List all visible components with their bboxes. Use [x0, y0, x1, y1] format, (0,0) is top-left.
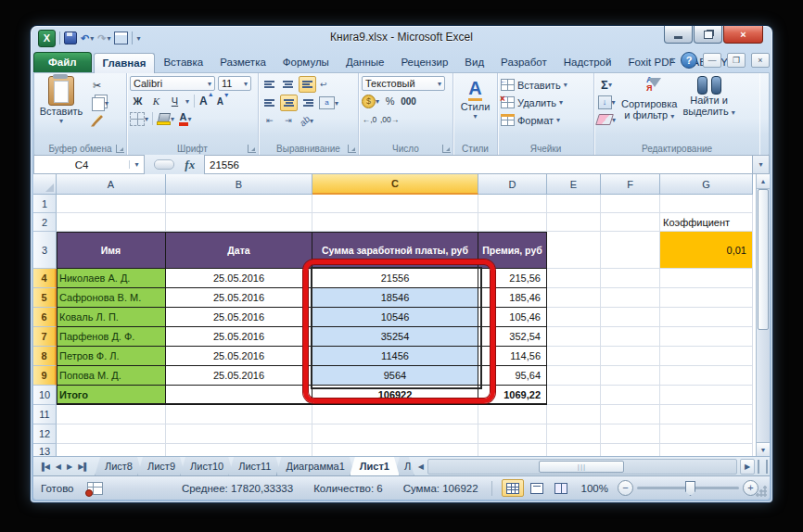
clipboard-dialog-launcher[interactable] — [116, 145, 124, 153]
cell-D9[interactable]: 95,64 — [478, 366, 547, 386]
cell-F7[interactable] — [601, 327, 660, 347]
paste-button[interactable]: Вставить▾ — [37, 76, 85, 128]
cell-A4[interactable]: Николаев А. Д. — [57, 269, 166, 288]
cell-G6[interactable] — [660, 308, 753, 327]
cell-B5[interactable]: 25.05.2016 — [166, 288, 312, 308]
cell-E12[interactable] — [547, 424, 601, 444]
sheet-tab-Лист9[interactable]: Лист9 — [137, 457, 185, 476]
column-header-C[interactable]: C — [312, 174, 478, 195]
cell-G11[interactable] — [660, 405, 753, 424]
cell-B6[interactable]: 25.05.2016 — [166, 308, 312, 327]
fill-color-button[interactable]: ▾ — [157, 111, 174, 126]
cell-A3[interactable]: Имя — [57, 232, 166, 269]
cell-F12[interactable] — [601, 424, 660, 444]
orientation-button[interactable]: ab▾ — [299, 113, 314, 128]
cell-A9[interactable]: Попова М. Д. — [57, 366, 166, 386]
cell-C6[interactable]: 10546 — [312, 308, 478, 327]
tab-Главная[interactable]: Главная — [94, 53, 156, 73]
row-header-11[interactable]: 11 — [33, 405, 57, 424]
cell-E3[interactable] — [547, 232, 601, 269]
cell-G10[interactable] — [660, 386, 753, 405]
cell-D5[interactable]: 185,46 — [478, 288, 547, 308]
column-header-D[interactable]: D — [478, 174, 547, 195]
row-header-3[interactable]: 3 — [33, 232, 57, 269]
name-box-dropdown-icon[interactable]: ▾ — [129, 160, 144, 169]
cell-F8[interactable] — [601, 347, 660, 366]
cell-E5[interactable] — [547, 288, 601, 308]
cell-A5[interactable]: Сафронова В. М. — [57, 288, 166, 308]
cell-D1[interactable] — [478, 195, 547, 213]
align-right-button[interactable] — [300, 95, 316, 110]
cell-A7[interactable]: Парфенов Д. Ф. — [57, 327, 166, 347]
macro-record-icon[interactable] — [87, 482, 103, 495]
prev-sheet-icon[interactable]: ◀ — [54, 462, 63, 471]
tab-Разметка[interactable]: Разметка — [211, 53, 274, 72]
scroll-up-icon[interactable]: ▲ — [757, 174, 770, 189]
cell-D10[interactable]: 1069,22 — [478, 386, 547, 405]
row-header-4[interactable]: 4 — [33, 269, 57, 288]
cell-B9[interactable]: 25.05.2016 — [166, 366, 312, 386]
cell-B2[interactable] — [166, 213, 312, 232]
cell-D4[interactable]: 215,56 — [478, 269, 547, 288]
tab-Формулы[interactable]: Формулы — [274, 53, 338, 72]
tab-Foxit PDF[interactable]: Foxit PDF — [619, 53, 683, 72]
sort-filter-button[interactable]: А Я Сортировкаи фильтр ▾ — [621, 76, 677, 127]
underline-button[interactable]: Ч — [167, 94, 183, 108]
borders-button[interactable]: ▾ — [130, 111, 148, 126]
cell-G3[interactable]: 0,01 — [660, 232, 753, 269]
increase-indent-button[interactable]: ⇥ — [280, 113, 296, 128]
save-button[interactable] — [64, 32, 77, 44]
cell-F4[interactable] — [601, 269, 660, 288]
cell-E11[interactable] — [547, 405, 601, 424]
row-header-10[interactable]: 10 — [33, 386, 57, 405]
cell-B8[interactable]: 25.05.2016 — [166, 347, 312, 366]
align-middle-button[interactable] — [280, 77, 296, 92]
font-size-combo[interactable]: 11▾ — [218, 76, 251, 91]
shrink-font-button[interactable]: А▼ — [217, 95, 230, 107]
cell-A11[interactable] — [57, 405, 166, 424]
cell-F13[interactable] — [601, 444, 660, 457]
scroll-right-icon[interactable]: ▶ — [740, 459, 755, 475]
cell-C9[interactable]: 9564 — [312, 366, 478, 386]
cell-G12[interactable] — [660, 424, 753, 444]
name-box[interactable]: C4 ▾ — [33, 155, 145, 174]
cell-C8[interactable]: 11456 — [312, 347, 478, 366]
cell-D8[interactable]: 114,56 — [478, 347, 547, 366]
tab-Рецензир[interactable]: Рецензир — [392, 53, 456, 72]
normal-view-button[interactable] — [502, 479, 524, 497]
tab-Вид[interactable]: Вид — [456, 53, 492, 72]
cell-F11[interactable] — [601, 405, 660, 424]
column-header-B[interactable]: B — [166, 174, 312, 195]
cell-B1[interactable] — [166, 195, 312, 213]
comma-style-button[interactable]: 000 — [401, 94, 416, 108]
cell-F1[interactable] — [601, 195, 660, 213]
font-dialog-launcher[interactable] — [248, 145, 256, 153]
zoom-slider-thumb[interactable] — [685, 481, 695, 496]
cell-G7[interactable] — [660, 327, 753, 347]
merge-center-button[interactable]: a▾ — [319, 95, 338, 110]
cell-G13[interactable] — [660, 444, 753, 457]
next-sheet-icon[interactable]: ▶ — [65, 462, 74, 471]
row-header-2[interactable]: 2 — [33, 213, 57, 232]
format-painter-button[interactable] — [89, 113, 105, 128]
cell-C3[interactable]: Сумма заработной платы, руб — [312, 232, 478, 269]
row-header-6[interactable]: 6 — [33, 308, 57, 327]
alignment-dialog-launcher[interactable] — [348, 145, 356, 153]
find-select-button[interactable]: Найти ивыделить ▾ — [682, 76, 734, 127]
sheet-tab-Лист1[interactable]: Лист1 — [350, 457, 400, 476]
cell-G4[interactable] — [660, 269, 753, 288]
zoom-level[interactable]: 100% — [581, 483, 608, 494]
fill-button[interactable]: ↓▾ — [597, 95, 616, 109]
column-header-G[interactable]: G — [660, 174, 753, 195]
horizontal-scrollbar[interactable]: ||| — [427, 459, 737, 475]
cell-E8[interactable] — [547, 347, 601, 366]
align-center-button[interactable] — [280, 95, 298, 111]
cell-A6[interactable]: Коваль Л. П. — [57, 308, 166, 327]
row-header-7[interactable]: 7 — [33, 327, 57, 347]
page-layout-view-button[interactable] — [526, 479, 548, 497]
minimize-button[interactable] — [664, 26, 693, 44]
cell-G1[interactable] — [660, 195, 753, 213]
sheet-tab-Диаграмма1[interactable]: Диаграмма1 — [276, 457, 355, 476]
cell-A12[interactable] — [57, 424, 166, 444]
cell-B4[interactable]: 25.05.2016 — [166, 269, 312, 288]
